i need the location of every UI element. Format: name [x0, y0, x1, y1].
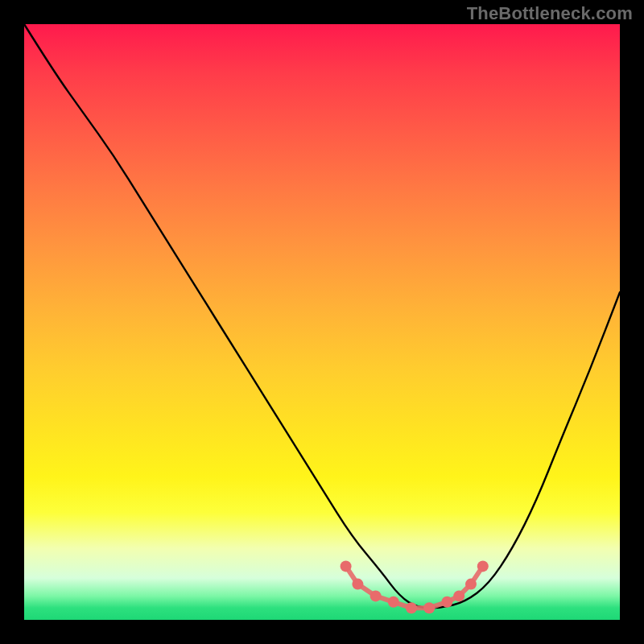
marker-dot	[406, 602, 417, 613]
marker-dot	[423, 602, 435, 613]
marker-dot	[453, 590, 464, 601]
marker-dot	[341, 560, 352, 572]
marker-dot	[388, 597, 399, 608]
marker-dot	[441, 597, 452, 608]
chart-frame: TheBottleneck.com	[0, 0, 644, 644]
bottleneck-curve	[24, 24, 620, 608]
optimal-zone-markers	[341, 560, 489, 613]
marker-dot	[465, 579, 477, 590]
chart-svg	[24, 24, 620, 620]
marker-dot	[477, 560, 489, 572]
marker-dot	[352, 579, 363, 590]
watermark-text: TheBottleneck.com	[467, 3, 633, 24]
chart-plot-area	[24, 24, 620, 620]
marker-dot	[370, 590, 382, 601]
